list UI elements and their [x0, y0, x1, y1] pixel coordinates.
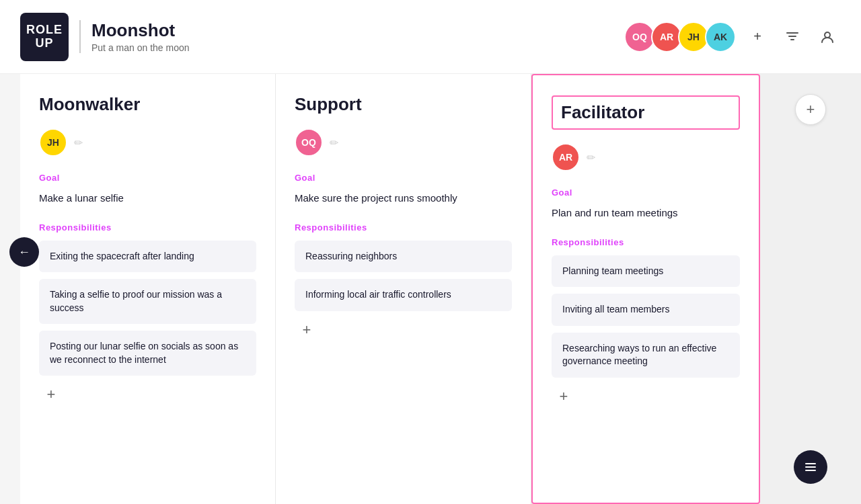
support-edit-icon[interactable]: ✏ [330, 136, 338, 149]
facilitator-title: Facilitator [561, 102, 731, 123]
facilitator-responsibilities-label: Responsibilities [552, 237, 740, 247]
svg-rect-1 [788, 36, 796, 37]
user-button[interactable] [814, 24, 841, 50]
svg-rect-5 [805, 466, 816, 468]
moonwalker-goal: Make a lunar selfie [39, 191, 256, 206]
logo-area: ROLE UP Moonshot Put a man on the moon [20, 13, 190, 61]
svg-point-3 [825, 32, 830, 38]
responsibility-card[interactable]: Taking a selfie to proof our mission was… [39, 279, 256, 324]
svg-rect-6 [805, 470, 816, 471]
column-moonwalker: Moonwalker JH ✏ Goal Make a lunar selfie… [20, 74, 276, 504]
add-column-button[interactable]: + [795, 94, 826, 125]
logo: ROLE UP [20, 13, 69, 61]
avatar-ak[interactable]: AK [705, 22, 736, 52]
back-button[interactable]: ← [9, 237, 39, 267]
responsibility-card[interactable]: Inviting all team members [552, 294, 740, 326]
responsibility-card[interactable]: Reassuring neighbors [295, 241, 512, 273]
project-title: Moonshot [91, 20, 190, 41]
svg-rect-2 [790, 39, 794, 40]
column-facilitator: Facilitator AR ✏ Goal Plan and run team … [531, 74, 760, 504]
add-responsibility-facilitator[interactable]: + [552, 384, 576, 409]
svg-rect-0 [786, 32, 798, 34]
avatar-group: OQ AR JH AK [624, 22, 736, 52]
add-responsibility-support[interactable]: + [295, 318, 319, 342]
filter-icon [785, 30, 800, 44]
logo-line1: ROLE [26, 24, 63, 37]
header: ROLE UP Moonshot Put a man on the moon O… [0, 0, 861, 74]
svg-rect-4 [805, 463, 816, 464]
facilitator-title-box: Facilitator [552, 95, 740, 130]
responsibility-card[interactable]: Planning team meetings [552, 255, 740, 288]
project-subtitle: Put a man on the moon [91, 42, 190, 53]
menu-fab-button[interactable] [794, 450, 827, 484]
facilitator-goal-label: Goal [552, 187, 740, 198]
project-info: Moonshot Put a man on the moon [79, 20, 190, 53]
support-title: Support [295, 94, 512, 115]
moonwalker-responsibilities-label: Responsibilities [39, 222, 256, 233]
user-icon [820, 30, 835, 44]
facilitator-edit-icon[interactable]: ✏ [587, 151, 595, 164]
moonwalker-edit-icon[interactable]: ✏ [74, 136, 83, 149]
facilitator-assignee-row: AR ✏ [552, 143, 740, 171]
add-responsibility-moonwalker[interactable]: + [39, 382, 63, 407]
main-area: ← Moonwalker JH ✏ Goal Make a lunar self… [0, 74, 861, 504]
menu-icon [803, 460, 818, 474]
right-panel: + [760, 74, 861, 504]
support-avatar[interactable]: OQ [295, 128, 323, 157]
header-right: OQ AR JH AK + [624, 22, 841, 52]
moonwalker-goal-label: Goal [39, 173, 256, 183]
moonwalker-avatar[interactable]: JH [39, 128, 67, 157]
logo-line2: UP [35, 37, 53, 50]
column-support: Support OQ ✏ Goal Make sure the project … [276, 74, 531, 504]
responsibility-card[interactable]: Informing local air traffic controllers [295, 279, 512, 311]
moonwalker-assignee-row: JH ✏ [39, 128, 256, 157]
add-member-button[interactable]: + [744, 24, 771, 50]
support-goal-label: Goal [295, 173, 512, 183]
filter-button[interactable] [779, 24, 806, 50]
responsibility-card[interactable]: Posting our lunar selfie on socials as s… [39, 331, 256, 376]
columns-wrapper: Moonwalker JH ✏ Goal Make a lunar selfie… [20, 74, 861, 504]
responsibility-card[interactable]: Researching ways to run an effective gov… [552, 333, 740, 378]
support-goal: Make sure the project runs smoothly [295, 191, 512, 206]
facilitator-goal: Plan and run team meetings [552, 206, 740, 221]
facilitator-avatar[interactable]: AR [552, 143, 580, 171]
support-assignee-row: OQ ✏ [295, 128, 512, 157]
responsibility-card[interactable]: Exiting the spacecraft after landing [39, 241, 256, 273]
moonwalker-title: Moonwalker [39, 94, 256, 115]
support-responsibilities-label: Responsibilities [295, 222, 512, 233]
